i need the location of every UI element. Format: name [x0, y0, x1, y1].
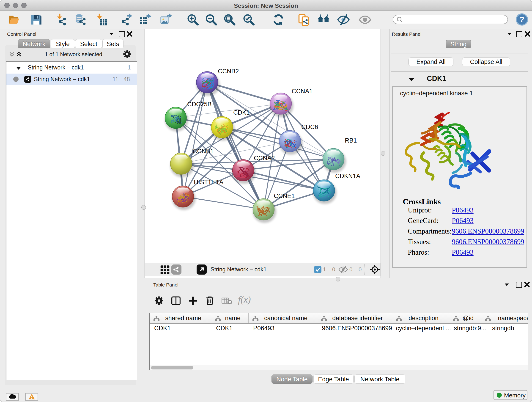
- svg-text:CDC25B: CDC25B: [187, 101, 212, 108]
- svg-text:CDK1: CDK1: [233, 109, 250, 116]
- svg-text:CCNA2: CCNA2: [254, 155, 275, 162]
- svg-text:CCNA1: CCNA1: [292, 88, 313, 95]
- svg-text:CCNE1: CCNE1: [274, 192, 295, 199]
- svg-text:CCNB2: CCNB2: [218, 68, 239, 75]
- svg-text:CCNB1: CCNB1: [193, 148, 214, 155]
- svg-text:CDKN1A: CDKN1A: [335, 172, 360, 179]
- svg-text:RB1: RB1: [345, 137, 357, 144]
- svg-text:HIST1H1A: HIST1H1A: [194, 179, 223, 186]
- svg-text:CDC6: CDC6: [301, 123, 318, 130]
- svg-text:?: ?: [519, 15, 524, 24]
